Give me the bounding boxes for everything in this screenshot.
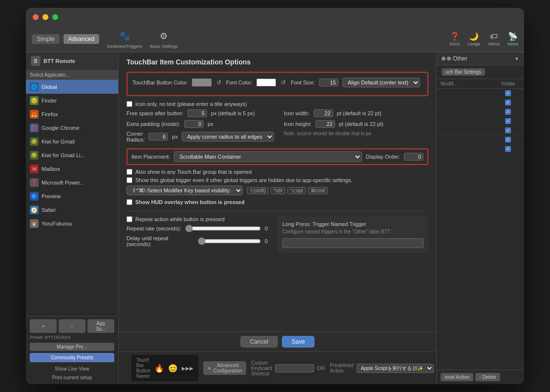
touchbar-color-swatch[interactable]: [192, 79, 212, 86]
apply-corner-dropdown[interactable]: Apply corner radius to all edges: [182, 132, 274, 142]
community-presets-button[interactable]: Community Presets: [30, 353, 114, 362]
docs-button[interactable]: ❓ Docs: [449, 32, 460, 46]
gear-icon: ⚙: [156, 29, 171, 43]
icon-height-unit: pt (default is 22 pt): [339, 121, 383, 127]
named-trigger-input[interactable]: [282, 238, 423, 248]
also-show-checkbox[interactable]: [127, 169, 132, 175]
checkbox-checked[interactable]: [505, 146, 511, 152]
settings-two-col: Free space after button: px (default is …: [127, 109, 428, 145]
gestures-triggers-group[interactable]: 🐾 Gestures/Triggers: [107, 29, 142, 49]
repeat-checkbox[interactable]: [127, 216, 132, 222]
select-application-bar: Select Applicatio...: [26, 70, 118, 80]
about-button[interactable]: 🏷 About: [488, 32, 500, 46]
right-list-item: [437, 135, 524, 144]
font-color-reset-btn[interactable]: ↺: [280, 79, 287, 86]
font-size-label: Font Size:: [291, 80, 315, 85]
app-list: 🌐 Global 😊 Finder 🦊 Firefox ⭕ Google Chr…: [26, 80, 118, 316]
close-button[interactable]: [33, 14, 39, 20]
free-space-input[interactable]: [188, 109, 207, 117]
advanced-tab[interactable]: Advanced: [63, 34, 99, 44]
icon-width-unit: pt (default is 22 pt): [337, 110, 381, 116]
app-item-chrome[interactable]: ⭕ Google Chrome: [26, 121, 118, 135]
icon-width-input[interactable]: [314, 109, 333, 117]
adv-config-label: Advanced Configuration: [213, 363, 242, 373]
global-trigger-checkbox[interactable]: [127, 177, 132, 183]
save-button[interactable]: Save: [282, 336, 315, 348]
app-item-yorufukurou[interactable]: 🦉 YoruFukurou: [26, 217, 118, 230]
app-settings-button[interactable]: App Sp...: [87, 319, 114, 333]
font-color-swatch[interactable]: [256, 79, 276, 86]
safari-icon: 🧭: [30, 206, 39, 214]
tag-icon: 🏷: [490, 32, 498, 41]
chevron-down-icon[interactable]: ▼: [514, 56, 519, 62]
customization-panel: TouchBar Item Customization Options Touc…: [119, 52, 436, 331]
tional-action-button[interactable]: ional Action: [441, 373, 473, 381]
item-check: [496, 100, 520, 105]
checkbox-checked[interactable]: [505, 118, 511, 124]
icon-only-checkbox[interactable]: [127, 101, 132, 107]
basic-settings-group[interactable]: ⚙ Basic Settings: [150, 29, 178, 49]
print-current-button[interactable]: Print current setup: [30, 374, 114, 381]
yorufukurou-icon: 🦉: [30, 219, 39, 228]
checkbox-checked[interactable]: [505, 90, 511, 96]
align-dropdown[interactable]: Align Default (center text): [342, 78, 420, 87]
other-text: Other: [453, 55, 467, 62]
news-button[interactable]: 📡 News: [507, 32, 518, 46]
show-live-view-button[interactable]: Show Live View: [30, 365, 114, 372]
maximize-button[interactable]: [52, 14, 58, 20]
app-item-kiwi-gmail[interactable]: 🥝 Kiwi for Gmail: [26, 135, 118, 148]
placement-dropdown[interactable]: Scrollable Main Container: [174, 151, 361, 162]
app-item-mailbox[interactable]: ✉ Mailbox: [26, 162, 118, 176]
color-reset-btn[interactable]: ↺: [215, 79, 222, 86]
delay-slider[interactable]: [198, 237, 261, 245]
icon-height-input[interactable]: [316, 120, 335, 128]
note-label: Note: source should be double that in px: [284, 131, 371, 136]
item-check: [496, 137, 520, 143]
settings-label: Basic Settings: [150, 44, 178, 49]
display-order-input[interactable]: [404, 153, 423, 161]
checkbox-checked[interactable]: [505, 109, 511, 115]
main-toolbar: Simple Advanced 🐾 Gestures/Triggers ⚙ Ba…: [26, 26, 524, 52]
hud-checkbox[interactable]: [127, 199, 132, 205]
delay-row: Delay until repeat (seconds): 0: [127, 235, 268, 247]
app-item-global[interactable]: 🌐 Global: [26, 80, 118, 94]
right-bottom-buttons: ional Action - Delete: [437, 370, 524, 384]
manage-presets-button[interactable]: Manage Pre...: [30, 343, 114, 351]
predefined-action-dropdown[interactable]: Apple Scriptを実行する (//✨: [357, 364, 434, 373]
app-item-finder[interactable]: 😊 Finder: [26, 94, 118, 107]
app-item-preview[interactable]: 🔷 Preview: [26, 189, 118, 203]
long-press-section: Long Press: Trigger Named Trigger Config…: [277, 216, 428, 253]
delete-button[interactable]: - Delete: [475, 373, 500, 381]
cancel-button[interactable]: Cancel: [240, 336, 278, 348]
remove-app-button[interactable]: −: [59, 319, 85, 333]
right-item-list: [437, 89, 524, 370]
font-size-input[interactable]: [319, 79, 338, 86]
keyboard-shortcut-input[interactable]: [275, 364, 314, 372]
advanced-config-button[interactable]: ✳ Advanced Configuration: [203, 361, 246, 375]
checkbox-checked[interactable]: [505, 127, 511, 133]
simple-tab[interactable]: Simple: [32, 34, 60, 44]
kiwi-icon: 🥝: [30, 137, 39, 146]
add-app-button[interactable]: +: [30, 319, 57, 333]
modifier-dropdown[interactable]: ⇧^⌘\ Select Modifier Key based visibilit…: [127, 186, 243, 195]
repeat-rate-slider[interactable]: [185, 225, 261, 232]
kiwi-li-icon: 🥝: [30, 151, 39, 160]
moon-icon: 🌙: [469, 32, 479, 41]
extra-padding-input[interactable]: [184, 120, 204, 128]
checkbox-checked[interactable]: [505, 100, 511, 105]
broadcast-icon: 📡: [508, 32, 518, 41]
safari-label: Safari: [42, 207, 56, 213]
free-space-label: Free space after button:: [127, 110, 184, 116]
usage-button[interactable]: 🌙 Usage: [467, 32, 480, 46]
toolbar-icon-group: 🐾 Gestures/Triggers ⚙ Basic Settings: [107, 29, 178, 49]
predefined-action-area: Predefined Action: Apple Scriptを実行する (//…: [330, 363, 436, 373]
app-item-firefox[interactable]: 🦊 Firefox: [26, 107, 118, 121]
or-label: OR: [317, 365, 325, 371]
checkbox-checked[interactable]: [505, 137, 511, 143]
touch-bar-settings-btn[interactable]: uch Bar Settings: [442, 68, 485, 76]
app-item-kiwi-gmail-li[interactable]: 🥝 Kiwi for Gmail Li...: [26, 148, 118, 162]
app-item-ms-power[interactable]: ❓ Microsoft Power...: [26, 176, 118, 189]
minimize-button[interactable]: [42, 14, 48, 20]
app-item-safari[interactable]: 🧭 Safari: [26, 203, 118, 217]
corner-radius-input[interactable]: [148, 133, 168, 141]
